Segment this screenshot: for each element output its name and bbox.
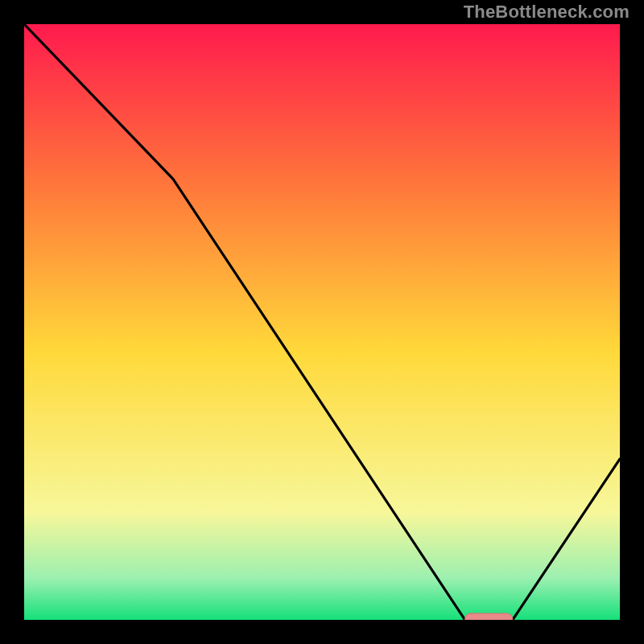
chart-frame: TheBottleneck.com — [0, 0, 644, 644]
optimal-range-marker — [465, 613, 513, 620]
plot-area — [24, 24, 620, 620]
gradient-background — [24, 24, 620, 620]
watermark-text: TheBottleneck.com — [464, 2, 630, 23]
chart-svg — [24, 24, 620, 620]
